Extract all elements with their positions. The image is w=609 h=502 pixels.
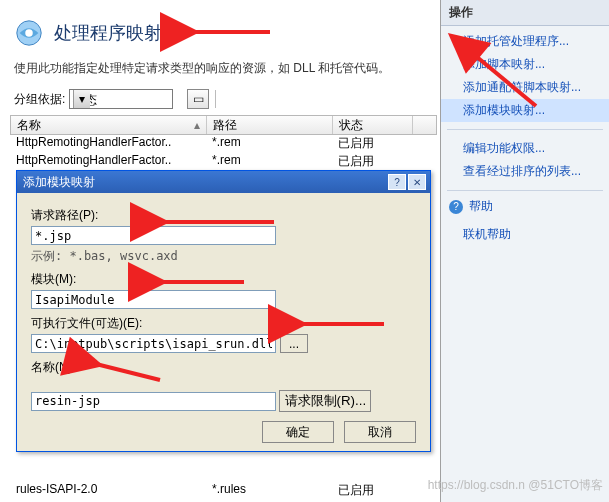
request-path-input[interactable] xyxy=(31,226,276,245)
name-label: 名称(N): xyxy=(31,359,416,376)
close-icon[interactable]: ✕ xyxy=(408,174,426,190)
help-link[interactable]: 帮助 xyxy=(469,198,493,215)
module-select[interactable] xyxy=(31,290,276,309)
action-view-ordered-list[interactable]: 查看经过排序的列表... xyxy=(441,160,609,183)
module-label: 模块(M): xyxy=(31,271,416,288)
table-row[interactable]: rules-ISAPI-2.0 *.rules 已启用 xyxy=(10,482,430,499)
action-edit-feature-permissions[interactable]: 编辑功能权限... xyxy=(441,137,609,160)
add-module-mapping-dialog: 添加模块映射 ? ✕ 请求路径(P): 示例: *.bas, wsvc.axd … xyxy=(16,170,431,452)
help-icon[interactable]: ? xyxy=(388,174,406,190)
view-mode-button[interactable]: ▭ xyxy=(187,89,209,109)
executable-label: 可执行文件(可选)(E): xyxy=(31,315,416,332)
table-row[interactable]: HttpRemotingHandlerFactor..*.rem已启用 xyxy=(10,135,437,153)
watermark: https://blog.csdn.n @51CTO博客 xyxy=(428,477,603,494)
action-add-module-mapping[interactable]: 添加模块映射... xyxy=(441,99,609,122)
group-by-label: 分组依据: xyxy=(14,91,65,108)
chevron-down-icon[interactable]: ▾ xyxy=(73,90,90,108)
online-help-link[interactable]: 联机帮助 xyxy=(441,223,609,246)
cancel-button[interactable]: 取消 xyxy=(344,421,416,443)
action-add-wildcard-script-map[interactable]: 添加通配符脚本映射... xyxy=(441,76,609,99)
dialog-title: 添加模块映射 xyxy=(23,174,95,191)
executable-input[interactable] xyxy=(31,334,276,353)
divider xyxy=(447,190,603,191)
handler-mapping-icon xyxy=(14,18,44,48)
page-description: 使用此功能指定处理特定请求类型的响应的资源，如 DLL 和托管代码。 xyxy=(0,56,440,87)
col-path[interactable]: 路径 xyxy=(207,116,333,134)
table-row[interactable]: HttpRemotingHandlerFactor..*.rem已启用 xyxy=(10,153,437,171)
action-add-script-map[interactable]: 添加脚本映射... xyxy=(441,53,609,76)
col-name[interactable]: 名称▴ xyxy=(11,116,207,134)
actions-header: 操作 xyxy=(441,0,609,26)
svg-point-1 xyxy=(25,29,33,37)
help-icon: ? xyxy=(449,200,463,214)
divider xyxy=(447,129,603,130)
action-add-managed-handler[interactable]: 添加托管处理程序... xyxy=(441,30,609,53)
example-text: 示例: *.bas, wsvc.axd xyxy=(31,248,416,265)
request-path-label: 请求路径(P): xyxy=(31,207,416,224)
browse-button[interactable]: ... xyxy=(280,334,308,353)
ok-button[interactable]: 确定 xyxy=(262,421,334,443)
group-by-select[interactable]: 状态 ▾ xyxy=(69,89,173,109)
col-state[interactable]: 状态 xyxy=(333,116,413,134)
page-title: 处理程序映射 xyxy=(54,21,162,45)
name-input[interactable] xyxy=(31,392,276,411)
request-restrictions-button[interactable]: 请求限制(R)... xyxy=(279,390,371,412)
